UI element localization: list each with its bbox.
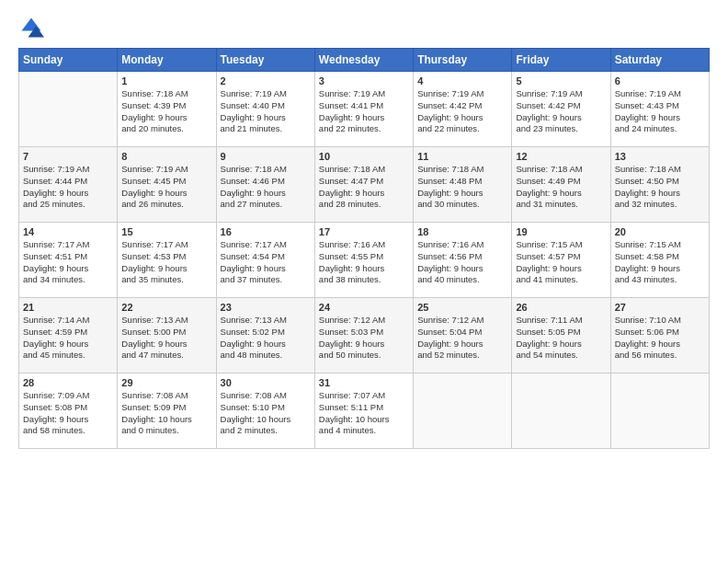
calendar-cell: 20Sunrise: 7:15 AMSunset: 4:58 PMDayligh… xyxy=(610,223,709,298)
day-number: 27 xyxy=(615,302,705,313)
cell-text: Sunrise: 7:13 AMSunset: 5:00 PMDaylight:… xyxy=(121,315,211,362)
calendar-cell: 18Sunrise: 7:16 AMSunset: 4:56 PMDayligh… xyxy=(414,223,512,298)
calendar-cell: 19Sunrise: 7:15 AMSunset: 4:57 PMDayligh… xyxy=(512,223,610,298)
day-number: 31 xyxy=(319,377,409,388)
cell-text: Sunrise: 7:07 AMSunset: 5:11 PMDaylight:… xyxy=(319,390,409,437)
calendar-cell xyxy=(414,373,512,449)
calendar-cell: 8Sunrise: 7:19 AMSunset: 4:45 PMDaylight… xyxy=(118,147,216,223)
calendar-cell: 30Sunrise: 7:08 AMSunset: 5:10 PMDayligh… xyxy=(216,373,314,449)
cell-text: Sunrise: 7:17 AMSunset: 4:53 PMDaylight:… xyxy=(121,239,211,286)
day-number: 21 xyxy=(23,302,113,313)
cell-text: Sunrise: 7:19 AMSunset: 4:41 PMDaylight:… xyxy=(319,88,409,135)
cell-text: Sunrise: 7:19 AMSunset: 4:42 PMDaylight:… xyxy=(516,88,606,135)
calendar-cell: 4Sunrise: 7:19 AMSunset: 4:42 PMDaylight… xyxy=(414,72,512,147)
day-number: 5 xyxy=(516,75,606,86)
day-number: 2 xyxy=(221,75,311,86)
day-number: 28 xyxy=(23,377,113,388)
cell-text: Sunrise: 7:16 AMSunset: 4:55 PMDaylight:… xyxy=(319,239,409,286)
cell-text: Sunrise: 7:14 AMSunset: 4:59 PMDaylight:… xyxy=(23,315,113,362)
day-number: 11 xyxy=(417,151,507,162)
calendar-cell xyxy=(512,373,610,449)
header-row: SundayMondayTuesdayWednesdayThursdayFrid… xyxy=(19,49,710,72)
cell-text: Sunrise: 7:18 AMSunset: 4:47 PMDaylight:… xyxy=(319,164,409,211)
calendar-cell: 6Sunrise: 7:19 AMSunset: 4:43 PMDaylight… xyxy=(610,72,709,147)
calendar-cell: 13Sunrise: 7:18 AMSunset: 4:50 PMDayligh… xyxy=(610,147,709,223)
cell-text: Sunrise: 7:16 AMSunset: 4:56 PMDaylight:… xyxy=(417,239,507,286)
cell-text: Sunrise: 7:19 AMSunset: 4:42 PMDaylight:… xyxy=(417,88,507,135)
calendar-body: 1Sunrise: 7:18 AMSunset: 4:39 PMDaylight… xyxy=(19,72,710,449)
calendar-cell: 22Sunrise: 7:13 AMSunset: 5:00 PMDayligh… xyxy=(118,298,216,373)
day-number: 29 xyxy=(121,377,211,388)
cell-text: Sunrise: 7:19 AMSunset: 4:45 PMDaylight:… xyxy=(121,164,211,211)
day-number: 12 xyxy=(516,151,606,162)
calendar-cell: 12Sunrise: 7:18 AMSunset: 4:49 PMDayligh… xyxy=(512,147,610,223)
header-cell-monday: Monday xyxy=(118,49,216,72)
cell-text: Sunrise: 7:10 AMSunset: 5:06 PMDaylight:… xyxy=(615,315,705,362)
calendar-cell: 1Sunrise: 7:18 AMSunset: 4:39 PMDaylight… xyxy=(118,72,216,147)
cell-text: Sunrise: 7:17 AMSunset: 4:51 PMDaylight:… xyxy=(23,239,113,286)
header-cell-tuesday: Tuesday xyxy=(216,49,314,72)
header xyxy=(18,15,710,40)
calendar-cell: 24Sunrise: 7:12 AMSunset: 5:03 PMDayligh… xyxy=(314,298,413,373)
cell-text: Sunrise: 7:19 AMSunset: 4:43 PMDaylight:… xyxy=(615,88,705,135)
week-row-1: 7Sunrise: 7:19 AMSunset: 4:44 PMDaylight… xyxy=(19,147,710,223)
day-number: 17 xyxy=(319,226,409,237)
week-row-2: 14Sunrise: 7:17 AMSunset: 4:51 PMDayligh… xyxy=(19,223,710,298)
calendar-cell: 3Sunrise: 7:19 AMSunset: 4:41 PMDaylight… xyxy=(314,72,413,147)
logo xyxy=(18,15,48,40)
day-number: 15 xyxy=(121,226,211,237)
calendar-cell: 17Sunrise: 7:16 AMSunset: 4:55 PMDayligh… xyxy=(314,223,413,298)
day-number: 7 xyxy=(23,151,113,162)
calendar-cell: 28Sunrise: 7:09 AMSunset: 5:08 PMDayligh… xyxy=(19,373,118,449)
header-cell-saturday: Saturday xyxy=(610,49,709,72)
cell-text: Sunrise: 7:18 AMSunset: 4:46 PMDaylight:… xyxy=(221,164,311,211)
calendar-cell: 26Sunrise: 7:11 AMSunset: 5:05 PMDayligh… xyxy=(512,298,610,373)
calendar-cell: 7Sunrise: 7:19 AMSunset: 4:44 PMDaylight… xyxy=(19,147,118,223)
page: SundayMondayTuesdayWednesdayThursdayFrid… xyxy=(0,0,728,458)
cell-text: Sunrise: 7:18 AMSunset: 4:39 PMDaylight:… xyxy=(121,88,211,135)
week-row-4: 28Sunrise: 7:09 AMSunset: 5:08 PMDayligh… xyxy=(19,373,710,449)
calendar-cell: 31Sunrise: 7:07 AMSunset: 5:11 PMDayligh… xyxy=(314,373,413,449)
cell-text: Sunrise: 7:18 AMSunset: 4:50 PMDaylight:… xyxy=(615,164,705,211)
cell-text: Sunrise: 7:08 AMSunset: 5:10 PMDaylight:… xyxy=(221,390,311,437)
calendar-header: SundayMondayTuesdayWednesdayThursdayFrid… xyxy=(19,49,710,72)
calendar-cell: 5Sunrise: 7:19 AMSunset: 4:42 PMDaylight… xyxy=(512,72,610,147)
cell-text: Sunrise: 7:15 AMSunset: 4:58 PMDaylight:… xyxy=(615,239,705,286)
day-number: 8 xyxy=(121,151,211,162)
cell-text: Sunrise: 7:12 AMSunset: 5:04 PMDaylight:… xyxy=(417,315,507,362)
calendar-cell: 2Sunrise: 7:19 AMSunset: 4:40 PMDaylight… xyxy=(216,72,314,147)
calendar-cell: 10Sunrise: 7:18 AMSunset: 4:47 PMDayligh… xyxy=(314,147,413,223)
calendar-cell: 27Sunrise: 7:10 AMSunset: 5:06 PMDayligh… xyxy=(610,298,709,373)
cell-text: Sunrise: 7:11 AMSunset: 5:05 PMDaylight:… xyxy=(516,315,606,362)
week-row-0: 1Sunrise: 7:18 AMSunset: 4:39 PMDaylight… xyxy=(19,72,710,147)
day-number: 4 xyxy=(417,75,507,86)
cell-text: Sunrise: 7:19 AMSunset: 4:40 PMDaylight:… xyxy=(221,88,311,135)
calendar-cell: 25Sunrise: 7:12 AMSunset: 5:04 PMDayligh… xyxy=(414,298,512,373)
day-number: 24 xyxy=(319,302,409,313)
cell-text: Sunrise: 7:18 AMSunset: 4:48 PMDaylight:… xyxy=(417,164,507,211)
calendar-cell: 9Sunrise: 7:18 AMSunset: 4:46 PMDaylight… xyxy=(216,147,314,223)
day-number: 1 xyxy=(121,75,211,86)
day-number: 6 xyxy=(615,75,705,86)
day-number: 20 xyxy=(615,226,705,237)
header-cell-sunday: Sunday xyxy=(19,49,118,72)
cell-text: Sunrise: 7:18 AMSunset: 4:49 PMDaylight:… xyxy=(516,164,606,211)
calendar-table: SundayMondayTuesdayWednesdayThursdayFrid… xyxy=(18,48,710,449)
calendar-cell: 15Sunrise: 7:17 AMSunset: 4:53 PMDayligh… xyxy=(118,223,216,298)
calendar-cell: 16Sunrise: 7:17 AMSunset: 4:54 PMDayligh… xyxy=(216,223,314,298)
day-number: 14 xyxy=(23,226,113,237)
calendar-cell: 23Sunrise: 7:13 AMSunset: 5:02 PMDayligh… xyxy=(216,298,314,373)
week-row-3: 21Sunrise: 7:14 AMSunset: 4:59 PMDayligh… xyxy=(19,298,710,373)
calendar-cell xyxy=(610,373,709,449)
day-number: 3 xyxy=(319,75,409,86)
header-cell-wednesday: Wednesday xyxy=(314,49,413,72)
day-number: 26 xyxy=(516,302,606,313)
day-number: 18 xyxy=(417,226,507,237)
day-number: 23 xyxy=(221,302,311,313)
calendar-cell: 29Sunrise: 7:08 AMSunset: 5:09 PMDayligh… xyxy=(118,373,216,449)
day-number: 16 xyxy=(221,226,311,237)
calendar-cell: 21Sunrise: 7:14 AMSunset: 4:59 PMDayligh… xyxy=(19,298,118,373)
cell-text: Sunrise: 7:13 AMSunset: 5:02 PMDaylight:… xyxy=(221,315,311,362)
cell-text: Sunrise: 7:19 AMSunset: 4:44 PMDaylight:… xyxy=(23,164,113,211)
day-number: 22 xyxy=(121,302,211,313)
